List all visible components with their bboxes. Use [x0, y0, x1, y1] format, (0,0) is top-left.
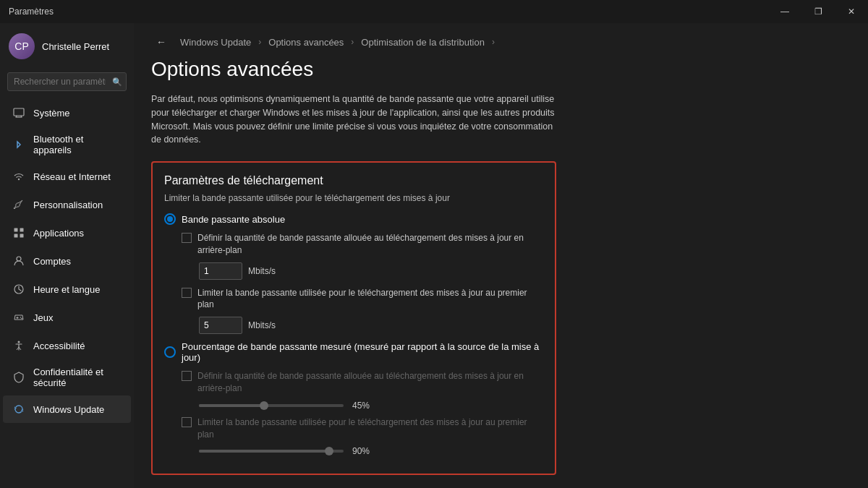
- sidebar-label-reseau: Réseau et Internet: [33, 171, 111, 182]
- sidebar-label-comptes: Comptes: [33, 256, 71, 267]
- title-bar-controls: — ❐ ✕: [768, 0, 868, 23]
- svg-rect-5: [14, 228, 18, 232]
- avatar: CP: [9, 33, 35, 59]
- page-title: Options avancées: [134, 55, 868, 93]
- brush-icon: [12, 197, 26, 212]
- minimize-button[interactable]: —: [768, 0, 801, 23]
- breadcrumb-sep-2: ›: [492, 37, 495, 47]
- user-profile: CP Christelle Perret: [0, 23, 134, 69]
- checkbox-background-box: [182, 233, 192, 243]
- back-button[interactable]: ←: [151, 32, 171, 52]
- radio-percentage-label: Pourcentage de bande passante mesuré (me…: [182, 341, 543, 363]
- svg-rect-0: [14, 108, 24, 116]
- radio-percentage[interactable]: Pourcentage de bande passante mesuré (me…: [164, 341, 543, 363]
- slider-bg-fill: [199, 404, 264, 407]
- input-foreground-row: Mbits/s: [199, 317, 543, 334]
- gamepad-icon: [12, 310, 26, 325]
- accessibility-icon: [12, 338, 26, 353]
- title-bar-left: Paramètres: [9, 7, 54, 17]
- sidebar-item-reseau[interactable]: Réseau et Internet: [3, 163, 131, 190]
- sidebar-label-windowsupdate: Windows Update: [33, 404, 104, 415]
- search-container: 🔍: [7, 72, 127, 91]
- radio-absolute-circle: [164, 213, 176, 225]
- radio-absolute[interactable]: Bande passante absolue: [164, 213, 543, 225]
- input-foreground-unit: Mbits/s: [248, 320, 276, 330]
- sidebar-label-bluetooth: Bluetooth et appareils: [33, 134, 122, 155]
- download-settings-subtitle: Limiter la bande passante utilisée pour …: [164, 193, 543, 203]
- sidebar-item-heure[interactable]: Heure et langue: [3, 275, 131, 303]
- svg-point-13: [20, 317, 22, 318]
- description: Par défaut, nous optimisons dynamiquemen…: [134, 93, 582, 161]
- svg-rect-6: [20, 228, 24, 232]
- sidebar-item-bluetooth[interactable]: Bluetooth et appareils: [3, 127, 131, 162]
- sidebar-item-jeux[interactable]: Jeux: [3, 304, 131, 331]
- checkbox-foreground-box: [182, 288, 192, 298]
- sidebar-label-accessibilite: Accessibilité: [33, 341, 85, 351]
- content-area: ← Windows Update › Options avancées › Op…: [134, 23, 868, 488]
- sidebar-item-confidentialite[interactable]: Confidentialité et sécurité: [3, 360, 131, 395]
- breadcrumb-sep-1: ›: [351, 37, 354, 47]
- clock-icon: [12, 282, 26, 296]
- checkbox-bg-percent-label: Définir la quantité de bande passante al…: [197, 370, 543, 395]
- content-body: Paramètres de téléchargement Limiter la …: [134, 161, 868, 488]
- person-icon: [12, 254, 26, 268]
- breadcrumb-row: ← Windows Update › Options avancées › Op…: [134, 23, 868, 55]
- svg-rect-7: [14, 234, 18, 238]
- checkbox-group-absolute: Définir la quantité de bande passante al…: [182, 232, 543, 334]
- checkbox-group-percentage: Définir la quantité de bande passante al…: [182, 370, 543, 456]
- slider-bg-thumb: [260, 401, 268, 410]
- checkbox-background[interactable]: Définir la quantité de bande passante al…: [182, 232, 543, 257]
- svg-point-4: [18, 179, 20, 180]
- shield-icon: [12, 370, 26, 385]
- search-icon: 🔍: [112, 77, 122, 87]
- download-settings-box: Paramètres de téléchargement Limiter la …: [151, 161, 556, 475]
- svg-point-14: [21, 318, 22, 320]
- apps-icon: [12, 226, 26, 240]
- svg-point-15: [18, 341, 20, 343]
- sidebar-item-comptes[interactable]: Comptes: [3, 247, 131, 275]
- slider-fg-fill: [199, 450, 329, 453]
- restore-button[interactable]: ❐: [801, 0, 835, 23]
- svg-point-9: [17, 257, 21, 261]
- sidebar-item-perso[interactable]: Personnalisation: [3, 191, 131, 218]
- checkbox-fg-percent[interactable]: Limiter la bande passante utilisée pour …: [182, 416, 543, 441]
- slider-fg-value: 90%: [352, 446, 370, 456]
- svg-rect-8: [20, 234, 24, 238]
- breadcrumb-item-2[interactable]: Optimisation de la distribution: [361, 37, 485, 48]
- sidebar-label-jeux: Jeux: [33, 312, 53, 323]
- slider-fg-row: 90%: [199, 446, 543, 456]
- computer-icon: [12, 106, 26, 120]
- sidebar-label-heure: Heure et langue: [33, 284, 101, 295]
- search-input[interactable]: [7, 72, 127, 91]
- input-background-row: Mbits/s: [199, 262, 543, 280]
- sidebar: CP Christelle Perret 🔍 Système: [0, 23, 134, 488]
- checkbox-fg-percent-box: [182, 417, 192, 427]
- slider-bg-value: 45%: [352, 401, 370, 411]
- input-foreground[interactable]: [199, 317, 242, 334]
- radio-percentage-circle: [164, 346, 176, 358]
- close-button[interactable]: ✕: [835, 0, 868, 23]
- download-settings-title: Paramètres de téléchargement: [164, 174, 543, 187]
- slider-fg-track[interactable]: [199, 450, 344, 453]
- slider-bg-track[interactable]: [199, 404, 344, 407]
- checkbox-bg-percent-box: [182, 371, 192, 381]
- breadcrumb-item-1[interactable]: Options avancées: [268, 37, 344, 48]
- breadcrumb-item-0[interactable]: Windows Update: [180, 37, 251, 48]
- sidebar-label-applications: Applications: [33, 228, 84, 239]
- checkbox-foreground[interactable]: Limiter la bande passante utilisée pour …: [182, 287, 543, 312]
- update-icon: [12, 402, 26, 416]
- breadcrumb-sep-0: ›: [258, 37, 261, 47]
- title-bar: Paramètres — ❐ ✕: [0, 0, 868, 23]
- app-container: CP Christelle Perret 🔍 Système: [0, 23, 868, 488]
- sidebar-label-systeme: Système: [33, 108, 70, 119]
- input-background[interactable]: [199, 262, 242, 280]
- input-background-unit: Mbits/s: [248, 266, 276, 276]
- checkbox-bg-percent[interactable]: Définir la quantité de bande passante al…: [182, 370, 543, 395]
- sidebar-nav: Système Bluetooth et appareils: [0, 98, 134, 488]
- sidebar-item-applications[interactable]: Applications: [3, 219, 131, 247]
- sidebar-item-windowsupdate[interactable]: Windows Update: [3, 395, 131, 423]
- sidebar-item-systeme[interactable]: Système: [3, 99, 131, 127]
- title-bar-title: Paramètres: [9, 7, 54, 17]
- sidebar-item-accessibilite[interactable]: Accessibilité: [3, 332, 131, 359]
- checkbox-foreground-label: Limiter la bande passante utilisée pour …: [197, 287, 543, 312]
